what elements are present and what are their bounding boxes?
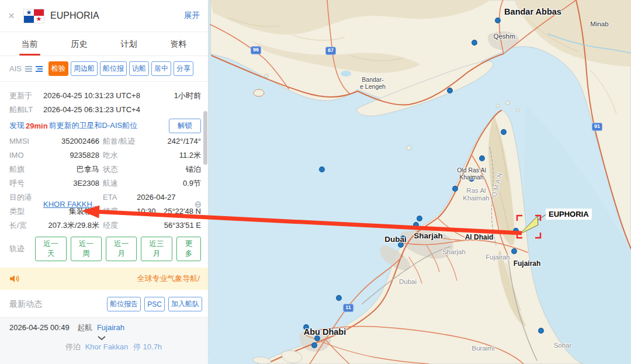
satellite-notice-row: 发现 29min 前更新的卫星和D-AIS船位 解锁 <box>9 117 201 134</box>
track-label: 轨迹 <box>9 244 31 254</box>
vessel-details: 更新于 2026-04-25 10:31:23 UTC+8 1小时前 船舶LT … <box>0 82 208 261</box>
small-island <box>407 145 411 150</box>
mmsi-label: MMSI <box>9 134 43 148</box>
tab-profile[interactable]: 资料 <box>154 32 203 56</box>
timeline-row-departure: 2026-04-25 00:49 起航 Fujairah <box>9 321 208 334</box>
nearby-ships-button[interactable]: 周边船 <box>71 61 98 76</box>
latest-activity-header: 最新动态 船位报告 PSC 加入船队 <box>0 290 208 317</box>
departure-port-link[interactable]: Fujairah <box>97 323 124 332</box>
small-island <box>254 89 264 96</box>
mmsi-value: 352002466 <box>43 134 99 148</box>
position-report-button[interactable]: 船位报 <box>100 61 127 76</box>
flag-row: 船旗 巴拿马 状态 锚泊 <box>9 162 201 176</box>
imo-value: 9235828 <box>43 148 99 162</box>
expand-link[interactable]: 展开 <box>184 11 200 21</box>
speed-value: 0.9节 <box>137 176 201 190</box>
road-shield-11: 11 <box>343 304 353 312</box>
islet <box>506 101 510 105</box>
chevron-down-icon[interactable] <box>97 335 106 341</box>
type-value: 集装箱船 <box>43 204 99 219</box>
callsign-label: 呼号 <box>9 176 43 190</box>
anchored-duration: 停 10.7h <box>133 342 162 351</box>
mmsi-row: MMSI 352002466 船首/航迹 242°/174° <box>9 134 201 148</box>
panama-flag-icon: ★ ★ <box>23 9 44 23</box>
close-icon[interactable]: × <box>8 9 23 22</box>
road-shield-91: 91 <box>592 123 602 131</box>
vessel-title: EUPHORIA <box>50 11 184 21</box>
list-view-icon[interactable] <box>25 65 33 72</box>
ship-lt-value: 2026-04-25 06:31:23 UTC+4 <box>43 103 201 117</box>
longitude-label: 经度 <box>99 219 137 233</box>
longitude-value: 56°33'51 E <box>137 219 201 233</box>
updated-label: 更新于 <box>9 89 43 103</box>
latitude-label: 纬度 <box>99 204 137 219</box>
type-label: 类型 <box>9 204 43 219</box>
heading-label: 船首/航迹 <box>99 134 137 148</box>
updated-ago: 1小时前 <box>174 89 201 103</box>
flag-quarter: ★ <box>34 16 44 23</box>
vessel-info-panel: × ★ ★ EUPHORIA 展开 当前 历史 计划 资料 AIS <box>0 0 209 334</box>
flag-quarter: ★ <box>24 9 34 16</box>
imo-row: IMO 9235828 吃水 11.2米 <box>9 148 201 162</box>
notice-highlight[interactable]: 29min <box>26 122 48 130</box>
ship-lt-label: 船舶LT <box>9 103 43 117</box>
share-button[interactable]: 分享 <box>174 61 193 76</box>
join-fleet-button[interactable]: 加入船队 <box>168 297 202 311</box>
status-label: 状态 <box>99 162 137 176</box>
position-report-action-button[interactable]: 船位报告 <box>107 297 141 311</box>
draft-value: 11.2米 <box>137 148 201 162</box>
activity-timeline: 2026-04-25 00:49 起航 Fujairah 停泊 Khor Fak… <box>0 317 208 364</box>
departure-action: 起航 <box>77 323 92 332</box>
dimensions-value: 207.3米/29.8米 <box>43 219 99 233</box>
track-1week-button[interactable]: 近一周 <box>71 237 102 261</box>
center-button[interactable]: 居中 <box>151 61 171 76</box>
flag-label: 船旗 <box>9 162 43 176</box>
road-shield-67: 67 <box>325 47 336 55</box>
latitude-value: 25°22'48 N <box>137 204 201 219</box>
speaker-icon <box>9 274 20 283</box>
track-3month-button[interactable]: 近三月 <box>141 237 172 261</box>
anchored-port-link[interactable]: Khor Fakkan <box>85 342 129 351</box>
flag-quarter <box>24 16 34 23</box>
track-1day-button[interactable]: 近一天 <box>35 237 66 261</box>
small-island <box>265 74 268 78</box>
heading-value: 242°/174° <box>137 134 201 148</box>
draft-label: 吃水 <box>99 148 137 162</box>
track-1month-button[interactable]: 近一月 <box>106 237 137 261</box>
tab-bar: 当前 历史 计划 资料 <box>0 32 208 56</box>
list-view-active-icon[interactable] <box>36 65 44 72</box>
latest-activity-label: 最新动态 <box>9 299 42 310</box>
visit-ship-button[interactable]: 访船 <box>129 61 149 76</box>
track-more-button[interactable]: 更多 <box>176 237 201 261</box>
psc-button[interactable]: PSC <box>144 297 165 311</box>
unlock-button[interactable]: 解锁 <box>169 119 201 133</box>
tab-plan[interactable]: 计划 <box>104 32 154 56</box>
updated-value: 2026-04-25 10:31:23 UTC+8 <box>43 89 174 103</box>
islet <box>516 109 519 112</box>
anchored-action: 停泊 <box>65 342 81 351</box>
imo-label: IMO <box>9 148 43 162</box>
tab-history[interactable]: 历史 <box>54 32 104 56</box>
type-row: 类型 集装箱船 纬度 25°22'48 N <box>9 204 201 219</box>
destination-row: 目的港 KHOR FAKKH... ETA 2026-04-27 10:30 <box>9 190 201 204</box>
tab-current[interactable]: 当前 <box>5 32 54 56</box>
notice-prefix[interactable]: 发现 <box>9 120 25 131</box>
check-button[interactable]: 检验 <box>48 61 68 76</box>
panel-scrollbar[interactable] <box>203 111 207 165</box>
lake <box>341 71 351 77</box>
vessel-map-label[interactable]: EUPHORIA <box>546 209 592 220</box>
ais-label: AIS <box>9 64 22 73</box>
banner-text[interactable]: 全球专业气象导航/ <box>137 273 200 284</box>
ship-lt-row: 船舶LT 2026-04-25 06:31:23 UTC+4 <box>9 103 201 117</box>
status-value: 锚泊 <box>137 162 201 176</box>
updated-row: 更新于 2026-04-25 10:31:23 UTC+8 1小时前 <box>9 89 201 103</box>
timeline-row-anchored: 停泊 Khor Fakkan 停 10.7h <box>65 341 208 353</box>
road-shield-96: 96 <box>251 46 261 54</box>
departure-time: 2026-04-25 00:49 <box>9 323 70 332</box>
notice-suffix[interactable]: 前更新的卫星和D-AIS船位 <box>49 120 138 131</box>
weather-banner[interactable]: 全球专业气象导航/ <box>0 268 208 290</box>
islet <box>496 104 500 108</box>
track-row: 轨迹 近一天 近一周 近一月 近三月 更多 <box>9 237 201 261</box>
callsign-row: 呼号 3E2308 航速 0.9节 <box>9 176 201 190</box>
flag-value: 巴拿马 <box>43 162 99 176</box>
